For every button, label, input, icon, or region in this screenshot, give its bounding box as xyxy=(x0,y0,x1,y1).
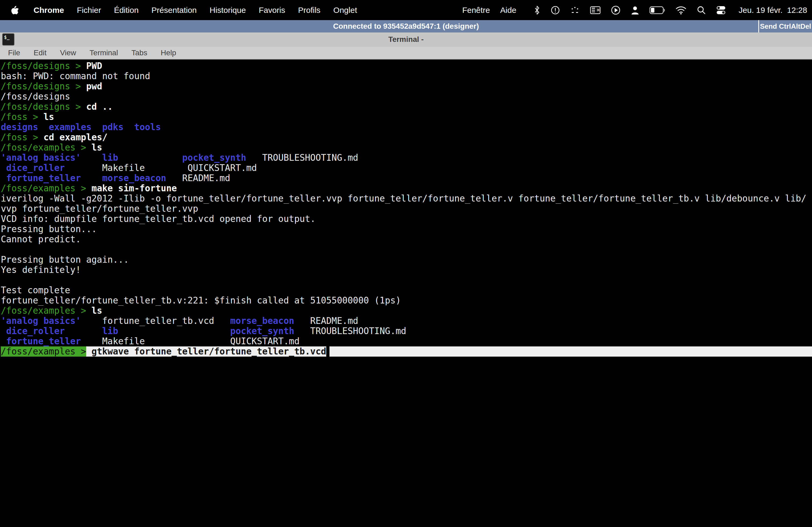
terminal-menu-terminal[interactable]: Terminal xyxy=(90,48,118,57)
terminal-row: /foss/designs > pwd xyxy=(1,81,812,91)
bluetooth-icon[interactable] xyxy=(534,4,540,16)
terminal-row: /foss/designs xyxy=(1,91,812,102)
terminal-menu-help[interactable]: Help xyxy=(161,48,176,57)
terminal-window-title: Terminal - xyxy=(0,32,812,46)
apple-icon xyxy=(11,6,18,15)
terminal-screen[interactable]: /foss/designs > PWDbash: PWD: command no… xyxy=(0,60,812,527)
send-ctrl-alt-del-button[interactable]: Send CtrlAltDel xyxy=(758,20,812,32)
menubar-app-name[interactable]: Chrome xyxy=(33,6,64,15)
macos-menu-bar: Chrome Fichier Édition Présentation Hist… xyxy=(0,0,812,20)
terminal-row xyxy=(1,275,812,285)
search-icon[interactable] xyxy=(697,4,706,16)
menubar-item-favoris[interactable]: Favoris xyxy=(259,6,285,15)
terminal-row: /foss > ls xyxy=(1,112,812,122)
terminal-row: /foss/designs > PWD xyxy=(1,61,812,71)
terminal-row: /foss/examples > make sim-fortune xyxy=(1,183,812,194)
vnc-banner: Connected to 935452a9d547:1 (designer) S… xyxy=(0,20,812,32)
terminal-menu-file[interactable]: File xyxy=(8,48,20,57)
menubar-item-profils[interactable]: Profils xyxy=(298,6,320,15)
terminal-row: Yes definitely! xyxy=(1,265,812,275)
terminal-row: /foss/examples > ls xyxy=(1,306,812,316)
terminal-menu-view[interactable]: View xyxy=(60,48,76,57)
keyboard-icon[interactable]: ⌘ xyxy=(590,4,601,16)
menubar-item-historique[interactable]: Historique xyxy=(210,6,246,15)
wifi-icon[interactable] xyxy=(675,4,686,16)
play-circle-icon[interactable] xyxy=(611,4,621,16)
terminal-row: /foss > cd examples/ xyxy=(1,132,812,142)
menubar-item-aide[interactable]: Aide xyxy=(500,6,516,15)
terminal-row: dice_roller Makefile QUICKSTART.md xyxy=(1,163,812,173)
terminal-row: designs examples pdks tools xyxy=(1,122,812,132)
terminal-row: Cannot predict. xyxy=(1,234,812,244)
terminal-row: fortune_teller morse_beacon README.md xyxy=(1,173,812,183)
terminal-row: /foss/designs > cd .. xyxy=(1,102,812,112)
terminal-row: Pressing button... xyxy=(1,224,812,234)
terminal-row: vvp fortune_teller/fortune_teller.vvp xyxy=(1,204,812,214)
terminal-row xyxy=(1,244,812,255)
terminal-row: fortune_teller/fortune_teller_tb.v:221: … xyxy=(1,296,812,306)
dots-icon[interactable] xyxy=(570,4,580,16)
terminal-row: fortune_teller Makefile QUICKSTART.md xyxy=(1,336,812,346)
terminal-menu-edit[interactable]: Edit xyxy=(33,48,46,57)
terminal-row: dice_roller lib pocket_synth TROUBLESHOO… xyxy=(1,326,812,336)
terminal-menu-tabs[interactable]: Tabs xyxy=(131,48,147,57)
apple-menu[interactable] xyxy=(11,4,21,16)
terminal-menu-bar: File Edit View Terminal Tabs Help xyxy=(0,46,812,60)
menubar-item-presentation[interactable]: Présentation xyxy=(151,6,197,15)
battery-icon[interactable] xyxy=(650,4,665,16)
vnc-status-text: Connected to 935452a9d547:1 (designer) xyxy=(0,22,812,31)
terminal-title-bar: $_ Terminal - xyxy=(0,32,812,46)
terminal-row: /foss/examples > gtkwave fortune_teller/… xyxy=(1,346,812,357)
alert-circle-icon[interactable] xyxy=(551,4,560,16)
menubar-item-fenetre[interactable]: Fenêtre xyxy=(462,6,490,15)
terminal-row: Test complete xyxy=(1,285,812,296)
menubar-item-edition[interactable]: Édition xyxy=(114,6,139,15)
terminal-row: 'analog basics' fortune_teller_tb.vcd mo… xyxy=(1,316,812,326)
svg-text:⌘: ⌘ xyxy=(596,8,600,12)
terminal-row: Pressing button again... xyxy=(1,255,812,265)
user-icon[interactable] xyxy=(631,4,639,16)
menubar-item-fichier[interactable]: Fichier xyxy=(77,6,101,15)
menubar-clock[interactable]: Jeu. 19 févr. 12:28 xyxy=(739,6,807,15)
terminal-row: iverilog -Wall -g2012 -Ilib -o fortune_t… xyxy=(1,194,812,204)
terminal-row: bash: PWD: command not found xyxy=(1,71,812,81)
terminal-row: VCD info: dumpfile fortune_teller_tb.vcd… xyxy=(1,214,812,224)
terminal-row: /foss/examples > ls xyxy=(1,142,812,153)
menubar-item-onglet[interactable]: Onglet xyxy=(333,6,357,15)
control-center-icon[interactable] xyxy=(716,4,726,16)
terminal-row: 'analog basics' lib pocket_synth TROUBLE… xyxy=(1,153,812,163)
